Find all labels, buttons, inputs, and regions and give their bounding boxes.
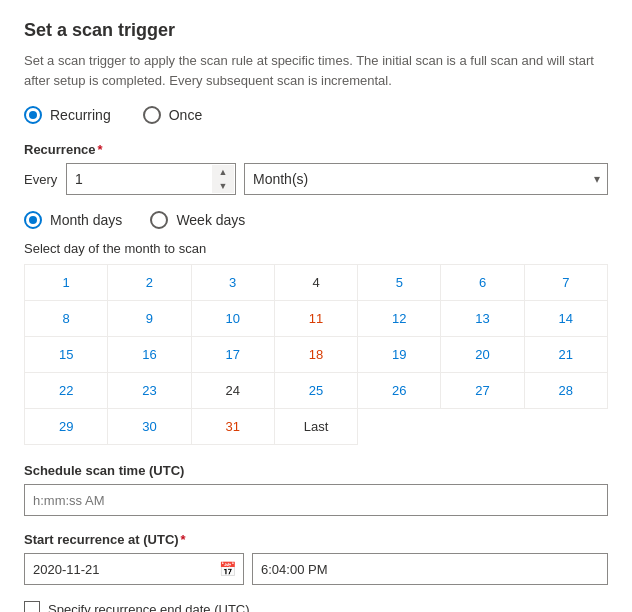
calendar-day-23[interactable]: 23 bbox=[108, 373, 191, 409]
calendar-grid: 1234567891011121314151617181920212223242… bbox=[24, 264, 608, 445]
calendar-day-11[interactable]: 11 bbox=[275, 301, 358, 337]
calendar-day-6[interactable]: 6 bbox=[441, 265, 524, 301]
end-date-label[interactable]: Specify recurrence end date (UTC) bbox=[48, 602, 250, 613]
calendar-day-7[interactable]: 7 bbox=[525, 265, 608, 301]
week-days-label: Week days bbox=[176, 212, 245, 228]
calendar-day-31[interactable]: 31 bbox=[192, 409, 275, 445]
week-days-radio-label[interactable]: Week days bbox=[150, 211, 245, 229]
start-recurrence-row: 📅 bbox=[24, 553, 608, 585]
calendar-day-9[interactable]: 9 bbox=[108, 301, 191, 337]
calendar-day-1[interactable]: 1 bbox=[25, 265, 108, 301]
every-number-wrap: ▲ ▼ bbox=[66, 163, 236, 195]
calendar-day-26[interactable]: 26 bbox=[358, 373, 441, 409]
calendar-day-14[interactable]: 14 bbox=[525, 301, 608, 337]
calendar-day-18[interactable]: 18 bbox=[275, 337, 358, 373]
end-date-checkbox[interactable] bbox=[24, 601, 40, 612]
calendar-day-22[interactable]: 22 bbox=[25, 373, 108, 409]
spinner-down[interactable]: ▼ bbox=[212, 179, 234, 193]
spinner-buttons: ▲ ▼ bbox=[212, 165, 234, 193]
start-recurrence-section: Start recurrence at (UTC)* 📅 bbox=[24, 532, 608, 585]
recurring-label: Recurring bbox=[50, 107, 111, 123]
every-number-input[interactable] bbox=[66, 163, 236, 195]
calendar-day-2[interactable]: 2 bbox=[108, 265, 191, 301]
calendar-day-29[interactable]: 29 bbox=[25, 409, 108, 445]
days-type-row: Month days Week days bbox=[24, 211, 608, 229]
select-day-label: Select day of the month to scan bbox=[24, 241, 608, 256]
recurrence-required: * bbox=[98, 142, 103, 157]
recurrence-label: Recurrence* bbox=[24, 142, 608, 157]
once-label: Once bbox=[169, 107, 202, 123]
trigger-type-group: Recurring Once bbox=[24, 106, 608, 124]
calendar-day-25[interactable]: 25 bbox=[275, 373, 358, 409]
calendar-day-20[interactable]: 20 bbox=[441, 337, 524, 373]
period-select[interactable]: Month(s) Week(s) Day(s) bbox=[244, 163, 608, 195]
page-description: Set a scan trigger to apply the scan rul… bbox=[24, 51, 608, 90]
spinner-up[interactable]: ▲ bbox=[212, 165, 234, 179]
recurring-radio-inner bbox=[29, 111, 37, 119]
once-radio-label[interactable]: Once bbox=[143, 106, 202, 124]
recurrence-row: Every ▲ ▼ Month(s) Week(s) Day(s) ▾ bbox=[24, 163, 608, 195]
scan-time-input[interactable] bbox=[24, 484, 608, 516]
month-days-radio[interactable] bbox=[24, 211, 42, 229]
period-select-wrap: Month(s) Week(s) Day(s) ▾ bbox=[244, 163, 608, 195]
calendar-day-30[interactable]: 30 bbox=[108, 409, 191, 445]
calendar-day-8[interactable]: 8 bbox=[25, 301, 108, 337]
month-days-radio-label[interactable]: Month days bbox=[24, 211, 122, 229]
calendar-day-4[interactable]: 4 bbox=[275, 265, 358, 301]
calendar-day-5[interactable]: 5 bbox=[358, 265, 441, 301]
start-recurrence-label: Start recurrence at (UTC)* bbox=[24, 532, 608, 547]
month-days-label: Month days bbox=[50, 212, 122, 228]
start-date-input[interactable] bbox=[24, 553, 244, 585]
calendar-day-27[interactable]: 27 bbox=[441, 373, 524, 409]
start-time-input[interactable] bbox=[252, 553, 608, 585]
calendar-day-24[interactable]: 24 bbox=[192, 373, 275, 409]
date-input-wrap: 📅 bbox=[24, 553, 244, 585]
scan-time-section: Schedule scan time (UTC) bbox=[24, 463, 608, 516]
calendar-day-last[interactable]: Last bbox=[275, 409, 358, 445]
calendar-day-10[interactable]: 10 bbox=[192, 301, 275, 337]
calendar-day-21[interactable]: 21 bbox=[525, 337, 608, 373]
calendar-day-13[interactable]: 13 bbox=[441, 301, 524, 337]
calendar-day-19[interactable]: 19 bbox=[358, 337, 441, 373]
end-date-row: Specify recurrence end date (UTC) bbox=[24, 601, 608, 612]
calendar-day-28[interactable]: 28 bbox=[525, 373, 608, 409]
scan-time-label: Schedule scan time (UTC) bbox=[24, 463, 608, 478]
recurring-radio[interactable] bbox=[24, 106, 42, 124]
every-label: Every bbox=[24, 172, 58, 187]
calendar-day-17[interactable]: 17 bbox=[192, 337, 275, 373]
calendar-day-12[interactable]: 12 bbox=[358, 301, 441, 337]
month-days-radio-inner bbox=[29, 216, 37, 224]
page-title: Set a scan trigger bbox=[24, 20, 608, 41]
recurring-radio-label[interactable]: Recurring bbox=[24, 106, 111, 124]
recurrence-section: Recurrence* Every ▲ ▼ Month(s) Week(s) D… bbox=[24, 142, 608, 195]
start-recurrence-required: * bbox=[181, 532, 186, 547]
calendar-day-16[interactable]: 16 bbox=[108, 337, 191, 373]
once-radio[interactable] bbox=[143, 106, 161, 124]
calendar-day-3[interactable]: 3 bbox=[192, 265, 275, 301]
week-days-radio[interactable] bbox=[150, 211, 168, 229]
calendar-day-15[interactable]: 15 bbox=[25, 337, 108, 373]
